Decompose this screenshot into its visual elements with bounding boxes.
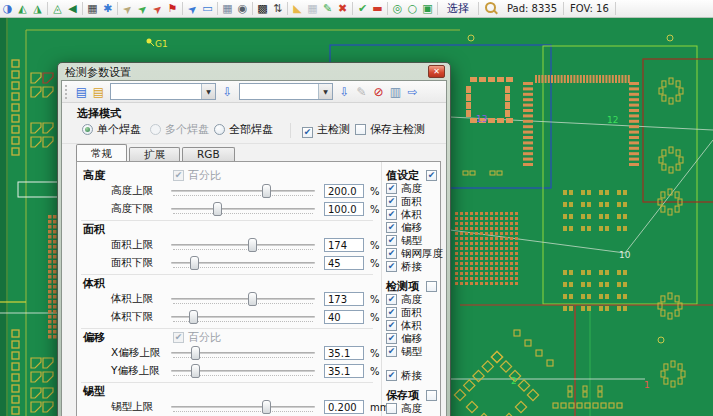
value-input[interactable]: 45 (324, 256, 364, 270)
slider-thumb[interactable] (191, 346, 200, 360)
check-item[interactable]: ✔桥接 (386, 260, 443, 273)
check-item[interactable]: ✔锡型 (386, 345, 443, 358)
value-input[interactable]: 200.0 (324, 184, 364, 198)
slider-thumb[interactable] (262, 184, 271, 198)
slider[interactable] (171, 255, 315, 271)
slider[interactable] (171, 345, 315, 361)
slider-thumb[interactable] (189, 310, 198, 324)
percent-checkbox[interactable]: ✔百分比 (173, 168, 221, 183)
table-icon[interactable]: ▦ (220, 1, 235, 17)
zoom-region-icon[interactable]: ◭ (15, 1, 30, 17)
tile-view-icon[interactable]: ▩ (255, 1, 270, 17)
wedge-pad (43, 372, 53, 382)
image-icon[interactable]: ▦ (85, 1, 100, 17)
param-groups: 高度✔百分比高度上限200.0%高度下限100.0%面积面积上限174%面积下限… (77, 162, 382, 416)
apply-config-left-icon[interactable]: ⇩ (219, 83, 236, 100)
slider-thumb[interactable] (213, 202, 222, 216)
value-input[interactable]: 35.1 (324, 346, 364, 360)
check-item[interactable]: ✔偏移 (386, 332, 443, 345)
mode-checkbox[interactable]: 保存主检测 (355, 122, 425, 137)
slider-thumb[interactable] (262, 400, 271, 414)
check-item[interactable]: ✔桥接 (386, 369, 443, 382)
value-input[interactable]: 40 (324, 310, 364, 324)
slider-thumb[interactable] (248, 292, 257, 306)
edit-config-icon[interactable]: ✎ (353, 83, 370, 100)
ruler-icon[interactable]: ◣ (290, 1, 305, 17)
slider[interactable] (171, 291, 315, 307)
check-item[interactable]: ✔体积 (386, 319, 443, 332)
slider[interactable] (171, 399, 315, 415)
mode-radio[interactable]: 全部焊盘 (214, 122, 273, 137)
measure-icon[interactable]: ◬ (50, 1, 65, 17)
save-config-icon[interactable]: ▤ (90, 83, 107, 100)
check-item[interactable]: ✔高度 (386, 293, 443, 306)
value-input[interactable]: 0.200 (324, 400, 364, 414)
apply-config-right-icon[interactable]: ⇩ (336, 83, 353, 100)
value-input[interactable]: 173 (324, 292, 364, 306)
check-item[interactable]: 高度 (386, 402, 443, 415)
slider-thumb[interactable] (190, 256, 199, 270)
group-title: 体积 (83, 276, 105, 291)
percent-checkbox[interactable]: ✔百分比 (173, 330, 221, 345)
section-master-checkbox[interactable]: ✔ (426, 170, 437, 181)
magnifier-icon[interactable] (485, 2, 496, 13)
delete-icon[interactable]: ✖ (335, 1, 350, 17)
slider[interactable] (171, 363, 315, 379)
slider-thumb[interactable] (191, 364, 200, 378)
pcb-pad (475, 272, 478, 275)
megaphone-icon[interactable]: ◀ (65, 1, 80, 17)
export-icon[interactable]: ⇨ (404, 83, 421, 100)
dialog-titlebar[interactable]: 检测参数设置 ✕ (61, 65, 447, 80)
slider[interactable] (171, 309, 315, 325)
tab-RGB[interactable]: RGB (182, 147, 235, 161)
tab-扩展[interactable]: 扩展 (129, 147, 180, 161)
config-combo-2[interactable]: ▼ (239, 83, 333, 100)
close-button[interactable]: ✕ (428, 65, 445, 78)
check-item[interactable]: ✔钢网厚度 (386, 247, 443, 260)
unit-label: % (370, 204, 380, 215)
slider-thumb[interactable] (248, 238, 257, 252)
confirm-icon[interactable]: ✔ (355, 1, 370, 17)
target-icon[interactable]: ◎ (390, 1, 405, 17)
tab-常规[interactable]: 常规 (76, 144, 127, 161)
mode-checkbox[interactable]: ✔主检测 (302, 122, 350, 138)
mode-radio[interactable]: 多个焊盘 (150, 122, 209, 137)
load-config-icon[interactable]: ▤ (73, 83, 90, 100)
value-input[interactable]: 174 (324, 238, 364, 252)
slider[interactable] (171, 183, 315, 199)
check-item[interactable]: ✔面积 (386, 195, 443, 208)
config-combo-1[interactable]: ▼ (110, 83, 216, 100)
sort-az-icon[interactable]: ⇅ (270, 1, 285, 17)
check-item[interactable]: ✔高度 (386, 182, 443, 195)
tools-icon[interactable]: ✱ (100, 1, 115, 17)
check-item[interactable]: ✔面积 (386, 306, 443, 319)
block-icon[interactable]: ⊘ (370, 83, 387, 100)
mode-radio[interactable]: 单个焊盘 (82, 122, 141, 137)
check-item[interactable]: ✔体积 (386, 208, 443, 221)
chevron-down-icon[interactable]: ▼ (201, 84, 215, 99)
stop-icon[interactable]: ▣ (420, 1, 435, 17)
circle-icon[interactable]: ○ (405, 1, 420, 17)
value-input[interactable]: 35.1 (324, 364, 364, 378)
chevron-down-icon[interactable]: ▼ (318, 84, 332, 99)
pcb-line (150, 42, 154, 46)
pcb-pad (671, 381, 675, 387)
grid-icon[interactable]: ▦ (305, 1, 320, 17)
pan-icon[interactable]: ◑ (0, 1, 15, 17)
save-icon[interactable]: ▥ (387, 83, 404, 100)
zoom-fit-icon[interactable]: ◮ (30, 1, 45, 17)
remove-icon[interactable]: ▬ (370, 1, 385, 17)
check-item[interactable]: ✔偏移 (386, 221, 443, 234)
edit-icon[interactable]: ✎ (320, 1, 335, 17)
slider[interactable] (171, 201, 315, 217)
pcb-pad (53, 230, 57, 234)
slider-track (171, 244, 315, 246)
checkbox-label: 锡型 (401, 234, 422, 248)
section-master-checkbox[interactable] (426, 390, 437, 401)
check-item[interactable]: ✔锡型 (386, 234, 443, 247)
slider[interactable] (171, 237, 315, 253)
section-master-checkbox[interactable] (426, 281, 437, 292)
select-button[interactable]: 选择 (447, 1, 469, 16)
value-input[interactable]: 100.0 (324, 202, 364, 216)
camera-icon[interactable]: ◉ (235, 1, 250, 17)
